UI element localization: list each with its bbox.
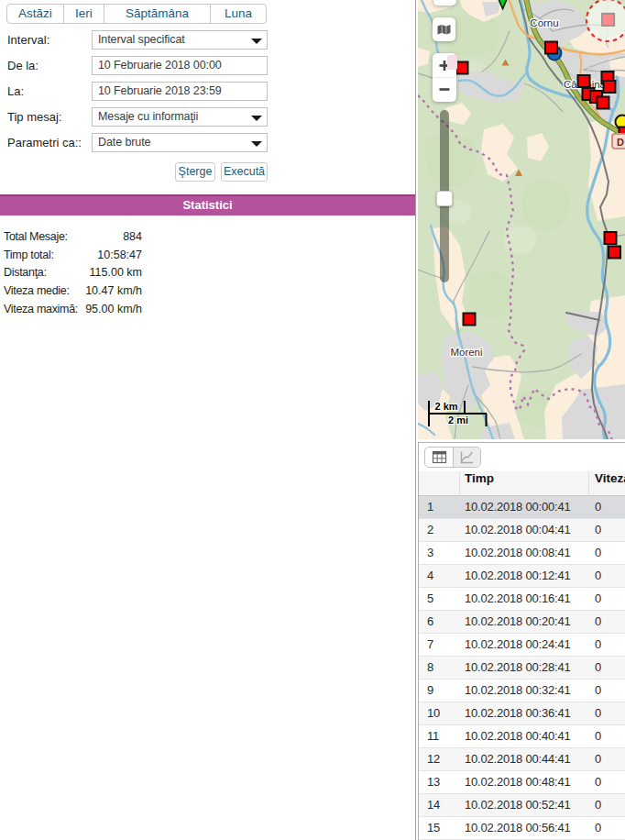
svg-text:2 km: 2 km [434, 401, 457, 412]
svg-text:D: D [617, 137, 624, 148]
svg-text:Cornu: Cornu [530, 17, 558, 28]
svg-text:2 mi: 2 mi [448, 414, 468, 426]
svg-text:Moreni: Moreni [450, 347, 482, 358]
